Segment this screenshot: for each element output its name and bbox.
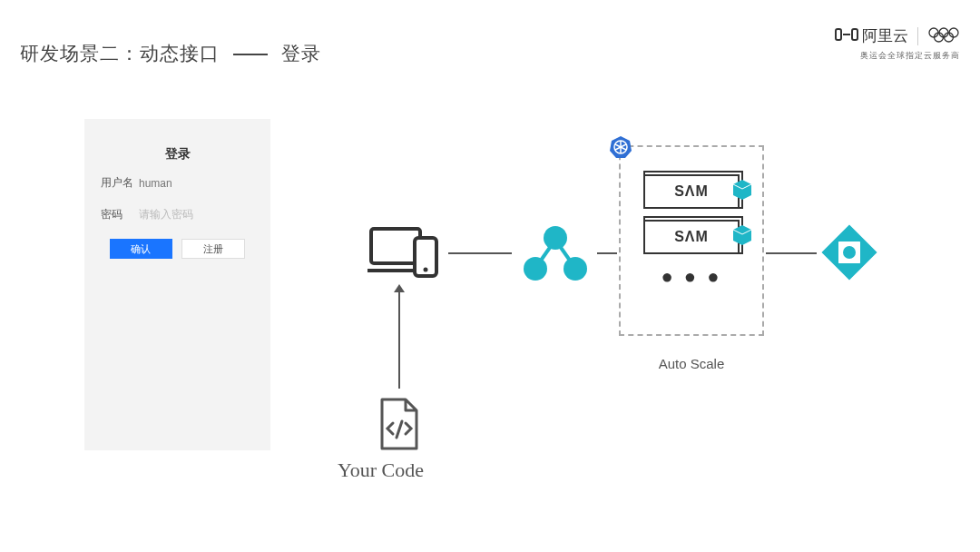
svg-rect-1 [852, 29, 858, 40]
service-node-icon [821, 224, 877, 284]
register-button[interactable]: 注册 [181, 239, 246, 259]
login-buttons: 确认 注册 [84, 239, 270, 259]
svg-rect-8 [371, 229, 420, 263]
ellipsis-dots: ● ● ● [661, 265, 721, 289]
sam-label: SΛM [674, 229, 709, 245]
username-row: 用户名 human [84, 172, 270, 194]
brand-logo-icon [835, 26, 858, 46]
svg-marker-26 [733, 225, 751, 245]
brand-name: 阿里云 [862, 25, 908, 46]
password-label: 密码 [101, 207, 139, 222]
brand-separator [917, 27, 918, 45]
connector-vertical [398, 289, 400, 389]
olympics-icon [927, 26, 960, 46]
title-separator [233, 54, 268, 55]
brand-top: 阿里云 [835, 25, 960, 46]
password-input[interactable]: 请输入密码 [139, 207, 193, 222]
svg-marker-25 [733, 180, 751, 200]
connector-line [597, 252, 617, 254]
confirm-button[interactable]: 确认 [110, 239, 172, 259]
username-input[interactable]: human [139, 177, 172, 190]
cube-icon [732, 179, 752, 204]
username-label: 用户名 [101, 175, 139, 191]
title-scenario: 研发场景二：动态接口 [20, 43, 220, 64]
code-file-icon [377, 398, 422, 454]
brand-block: 阿里云 奥运会全球指定云服务商 [835, 25, 960, 62]
sam-instance: SΛM [643, 220, 740, 254]
title-topic: 登录 [281, 43, 321, 64]
svg-rect-0 [836, 29, 841, 40]
auto-scale-label: Auto Scale [621, 356, 762, 371]
svg-point-16 [564, 257, 587, 281]
svg-point-15 [524, 257, 547, 281]
client-devices-icon [368, 225, 442, 285]
sam-stack: SΛM SΛM ● ● ● [621, 147, 762, 289]
cube-icon [732, 224, 752, 250]
password-row: 密码 请输入密码 [84, 203, 270, 226]
connector-line [766, 252, 817, 254]
brand-subtitle: 奥运会全球指定云服务商 [835, 50, 960, 62]
load-balancer-icon [522, 225, 589, 285]
login-title: 登录 [84, 146, 270, 163]
svg-point-32 [843, 246, 856, 259]
architecture-diagram: Your Code SΛM SΛM ● ● ● Auto Scale [345, 136, 962, 518]
svg-point-11 [424, 268, 428, 272]
page-title: 研发场景二：动态接口 登录 [20, 41, 321, 66]
sam-instance: SΛM [643, 174, 740, 209]
login-card: 登录 用户名 human 密码 请输入密码 确认 注册 [84, 119, 270, 450]
your-code-label: Your Code [338, 458, 424, 482]
sam-label: SΛM [674, 183, 709, 200]
connector-line [448, 252, 512, 254]
svg-point-14 [544, 226, 567, 250]
kubernetes-icon [608, 134, 633, 163]
auto-scale-group: SΛM SΛM ● ● ● Auto Scale [619, 145, 764, 336]
